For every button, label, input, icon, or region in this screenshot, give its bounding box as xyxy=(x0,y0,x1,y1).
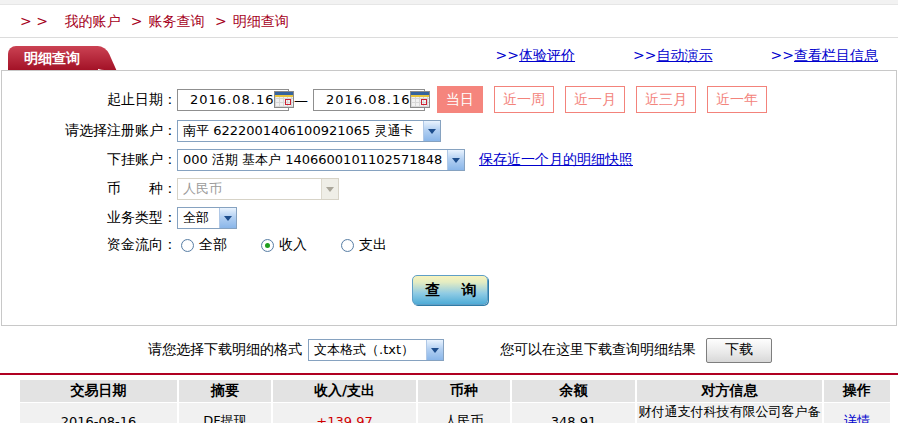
page: > > 我的账户 >账务查询 >明细查询 明细查询 >>体验评价 >>自动演示 … xyxy=(0,0,898,423)
cell-balance: 348.91 xyxy=(512,403,635,423)
snapshot-link[interactable]: 保存近一个月的明细快照 xyxy=(479,151,633,169)
chevron-down-icon[interactable] xyxy=(423,121,440,141)
chevron-down-icon[interactable] xyxy=(219,208,236,228)
date-range-label: 起止日期： xyxy=(2,91,177,109)
breadcrumb-prefix: > > xyxy=(20,13,48,29)
header-links: >>体验评价 >>自动演示 >>查看栏目信息 xyxy=(496,47,898,70)
quick-button-last-week[interactable]: 近一周 xyxy=(494,86,554,113)
link-view-column-info[interactable]: >>查看栏目信息 xyxy=(771,47,878,65)
currency-select: 人民币 xyxy=(177,178,339,200)
table-header-row: 交易日期 摘要 收入/支出 币种 余额 对方信息 操作 xyxy=(20,380,890,402)
sub-account-row: 下挂账户： 000 活期 基本户 1406600101102571848 保存近… xyxy=(2,149,896,171)
results-table: 交易日期 摘要 收入/支出 币种 余额 对方信息 操作 2016-08-16 D… xyxy=(18,379,892,423)
link-auto-demo[interactable]: >>自动演示 xyxy=(633,47,712,65)
cell-date: 2016-08-16 xyxy=(20,403,177,423)
date-from-value: 2016.08.16 xyxy=(190,92,274,107)
section-header: 明细查询 >>体验评价 >>自动演示 >>查看栏目信息 xyxy=(0,42,898,70)
col-header-currency: 币种 xyxy=(418,380,510,402)
cell-currency: 人民币 xyxy=(418,403,510,423)
calendar-icon[interactable] xyxy=(410,91,430,108)
quick-range-buttons: 当日 近一周 近一月 近三月 近一年 xyxy=(437,86,767,113)
tab-detail-query[interactable]: 明细查询 xyxy=(8,46,98,70)
date-range-row: 起止日期： 2016.08.16 — 2016.08.16 当日 近一周 近一月… xyxy=(2,86,896,113)
col-header-summary: 摘要 xyxy=(179,380,271,402)
flow-radio-expense[interactable]: 支出 xyxy=(341,236,387,254)
breadcrumb-item-account-query[interactable]: 账务查询 xyxy=(149,13,205,29)
breadcrumb-separator: > xyxy=(131,13,143,29)
currency-label: 币 种： xyxy=(2,180,177,198)
biz-type-row: 业务类型： 全部 xyxy=(2,207,896,229)
flow-row: 资金流向： 全部 收入 支出 xyxy=(2,236,896,254)
registered-account-select[interactable]: 南平 6222001406100921065 灵通卡 xyxy=(177,120,441,142)
breadcrumb-divider xyxy=(0,37,898,38)
chevron-down-icon xyxy=(321,179,338,199)
currency-row: 币 种： 人民币 xyxy=(2,178,896,200)
col-header-counterparty: 对方信息 xyxy=(637,380,822,402)
sub-account-select[interactable]: 000 活期 基本户 1406600101102571848 xyxy=(177,149,465,171)
download-button[interactable]: 下载 xyxy=(706,338,772,363)
calendar-icon[interactable] xyxy=(274,91,294,108)
table-top-rule xyxy=(0,373,898,375)
cell-counterparty: 财付通支付科技有限公司客户备付金 xyxy=(637,403,822,423)
date-separator: — xyxy=(294,92,308,108)
quick-button-last-year[interactable]: 近一年 xyxy=(707,86,767,113)
sub-account-label: 下挂账户： xyxy=(2,151,177,169)
table-row: 2016-08-16 DF提现 +139.97 人民币 348.91 财付通支付… xyxy=(20,403,890,423)
chevron-down-icon[interactable] xyxy=(447,150,464,170)
query-form: 起止日期： 2016.08.16 — 2016.08.16 当日 近一周 近一月… xyxy=(1,70,897,326)
date-to-value: 2016.08.16 xyxy=(326,92,410,107)
breadcrumb-separator: > xyxy=(215,13,227,29)
link-experience-rating[interactable]: >>体验评价 xyxy=(496,47,575,65)
registered-account-label: 请选择注册账户： xyxy=(2,122,177,140)
query-button[interactable]: 查 询 xyxy=(412,275,488,305)
chevron-down-icon[interactable] xyxy=(426,340,443,360)
download-format-label: 请您选择下载明细的格式 xyxy=(148,341,302,359)
registered-account-row: 请选择注册账户： 南平 6222001406100921065 灵通卡 xyxy=(2,120,896,142)
flow-label: 资金流向： xyxy=(2,236,177,254)
cell-summary: DF提现 xyxy=(179,403,271,423)
col-header-action: 操作 xyxy=(824,380,890,402)
flow-radio-all[interactable]: 全部 xyxy=(181,236,227,254)
download-format-select[interactable]: 文本格式（.txt） xyxy=(308,339,444,361)
breadcrumb-item-detail-query[interactable]: 明细查询 xyxy=(233,13,289,29)
quick-button-last-month[interactable]: 近一月 xyxy=(565,86,625,113)
radio-icon xyxy=(261,239,274,252)
sub-account-value: 000 活期 基本户 1406600101102571848 xyxy=(183,151,442,169)
flow-radio-group: 全部 收入 支出 xyxy=(181,236,387,254)
col-header-date: 交易日期 xyxy=(20,380,177,402)
download-hint: 您可以在这里下载查询明细结果 xyxy=(500,341,696,359)
currency-value: 人民币 xyxy=(183,180,222,198)
quick-button-last-3-months[interactable]: 近三月 xyxy=(636,86,696,113)
biz-type-label: 业务类型： xyxy=(2,209,177,227)
biz-type-select[interactable]: 全部 xyxy=(177,207,237,229)
col-header-amount: 收入/支出 xyxy=(273,380,416,402)
detail-link[interactable]: 详情 xyxy=(844,413,870,423)
biz-type-value: 全部 xyxy=(183,209,209,227)
quick-button-today[interactable]: 当日 xyxy=(437,86,483,113)
download-row: 请您选择下载明细的格式 文本格式（.txt） 您可以在这里下载查询明细结果 下载 xyxy=(148,337,898,363)
breadcrumb: > > 我的账户 >账务查询 >明细查询 xyxy=(0,5,898,37)
radio-icon xyxy=(341,239,354,252)
date-from-input[interactable]: 2016.08.16 xyxy=(177,89,289,111)
cell-action: 详情 xyxy=(824,403,890,423)
breadcrumb-item-my-account[interactable]: 我的账户 xyxy=(64,13,120,29)
cell-amount: +139.97 xyxy=(273,403,416,423)
radio-icon xyxy=(181,239,194,252)
download-format-value: 文本格式（.txt） xyxy=(314,341,414,359)
date-to-input[interactable]: 2016.08.16 xyxy=(313,89,425,111)
col-header-balance: 余额 xyxy=(512,380,635,402)
registered-account-value: 南平 6222001406100921065 灵通卡 xyxy=(183,122,413,140)
flow-radio-income[interactable]: 收入 xyxy=(261,236,307,254)
